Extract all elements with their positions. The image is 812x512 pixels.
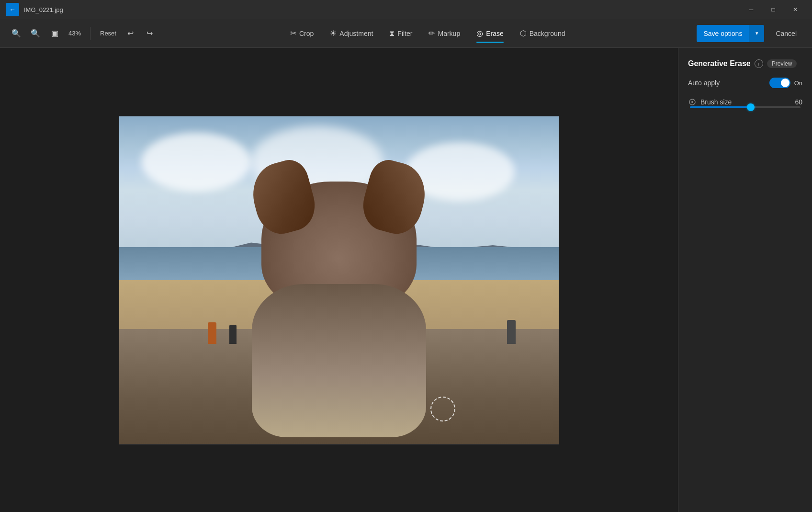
slider-fill bbox=[690, 106, 751, 108]
nav-tabs: ✂ Crop ☀ Adjustment ⧗ Filter ✏ Markup ◎ … bbox=[168, 25, 687, 42]
tab-adjustment-label: Adjustment bbox=[339, 30, 373, 37]
canvas-area[interactable] bbox=[0, 48, 678, 512]
brush-size-icon bbox=[688, 98, 697, 106]
back-button[interactable]: ← bbox=[6, 3, 19, 16]
crop-icon: ✂ bbox=[290, 29, 296, 38]
cancel-button[interactable]: Cancel bbox=[768, 25, 804, 42]
close-button[interactable]: ✕ bbox=[784, 0, 806, 19]
auto-apply-row: Auto apply On bbox=[688, 78, 802, 88]
markup-icon: ✏ bbox=[429, 29, 435, 38]
aspect-button[interactable]: ▣ bbox=[46, 25, 63, 42]
zoom-in-button[interactable]: 🔍 bbox=[8, 25, 25, 42]
slider-thumb[interactable] bbox=[747, 103, 755, 111]
zoom-out-icon: 🔍 bbox=[31, 29, 40, 38]
erase-icon: ◎ bbox=[476, 29, 483, 38]
slider-track[interactable] bbox=[690, 106, 801, 108]
background-icon: ⬡ bbox=[520, 29, 527, 38]
panel-header: Generative Erase i Preview bbox=[688, 59, 802, 68]
zoom-value: 43% bbox=[65, 30, 84, 37]
main-content: Generative Erase i Preview Auto apply On bbox=[0, 48, 812, 512]
tab-background[interactable]: ⬡ Background bbox=[512, 25, 573, 42]
undo-icon: ↩ bbox=[127, 29, 134, 38]
undo-button[interactable]: ↩ bbox=[122, 25, 139, 42]
info-icon: i bbox=[758, 61, 759, 67]
toolbar-divider bbox=[90, 27, 90, 40]
redo-button[interactable]: ↪ bbox=[141, 25, 158, 42]
minimize-icon: ─ bbox=[749, 6, 754, 13]
brush-size-value: 60 bbox=[795, 98, 802, 106]
tab-filter-label: Filter bbox=[397, 30, 412, 37]
toolbar-left: 🔍 🔍 ▣ 43% Reset ↩ ↪ bbox=[8, 25, 158, 42]
save-options-chevron[interactable]: ▾ bbox=[749, 25, 764, 42]
brush-size-section: Brush size 60 bbox=[688, 98, 802, 108]
window-controls: ─ □ ✕ bbox=[740, 0, 806, 19]
aspect-icon: ▣ bbox=[51, 29, 58, 38]
svg-point-1 bbox=[691, 101, 693, 103]
save-options-button[interactable]: Save options ▾ bbox=[697, 25, 764, 42]
dog-torso bbox=[252, 284, 426, 437]
tab-background-label: Background bbox=[530, 30, 565, 37]
toolbar-right: Save options ▾ Cancel bbox=[697, 25, 804, 42]
file-title: IMG_0221.jpg bbox=[24, 6, 63, 13]
person-silhouette-3 bbox=[507, 320, 516, 344]
redo-icon: ↪ bbox=[147, 29, 153, 38]
toggle-state-label: On bbox=[794, 80, 802, 87]
tab-crop[interactable]: ✂ Crop bbox=[282, 25, 321, 42]
brush-size-row: Brush size 60 bbox=[688, 98, 802, 106]
zoom-in-icon: 🔍 bbox=[11, 29, 21, 38]
auto-apply-label: Auto apply bbox=[688, 79, 720, 87]
tab-adjustment[interactable]: ☀ Adjustment bbox=[322, 25, 381, 42]
info-icon-button[interactable]: i bbox=[755, 59, 763, 68]
photo-image bbox=[119, 116, 559, 444]
filter-icon: ⧗ bbox=[389, 29, 395, 38]
title-bar: ← IMG_0221.jpg ─ □ ✕ bbox=[0, 0, 812, 19]
tab-markup-label: Markup bbox=[438, 30, 460, 37]
zoom-out-button[interactable]: 🔍 bbox=[27, 25, 44, 42]
tab-erase[interactable]: ◎ Erase bbox=[469, 25, 511, 42]
save-options-label: Save options bbox=[697, 30, 749, 37]
maximize-button[interactable]: □ bbox=[762, 0, 784, 19]
reset-button[interactable]: Reset bbox=[96, 28, 120, 39]
right-panel: Generative Erase i Preview Auto apply On bbox=[678, 48, 812, 512]
tab-erase-label: Erase bbox=[486, 30, 504, 37]
tab-filter[interactable]: ⧗ Filter bbox=[382, 25, 420, 42]
minimize-button[interactable]: ─ bbox=[740, 0, 762, 19]
maximize-icon: □ bbox=[771, 6, 775, 13]
toolbar: 🔍 🔍 ▣ 43% Reset ↩ ↪ ✂ Crop ☀ Adjustment … bbox=[0, 19, 812, 48]
chevron-down-icon: ▾ bbox=[756, 30, 758, 36]
cloud-1 bbox=[141, 133, 251, 192]
tab-markup[interactable]: ✏ Markup bbox=[421, 25, 468, 42]
brush-size-slider[interactable] bbox=[688, 106, 802, 108]
image-container bbox=[119, 116, 559, 444]
back-icon: ← bbox=[9, 6, 16, 13]
auto-apply-toggle[interactable] bbox=[769, 78, 790, 88]
preview-badge[interactable]: Preview bbox=[767, 59, 797, 68]
person-silhouette-2 bbox=[229, 325, 237, 344]
person-silhouette-1 bbox=[208, 322, 216, 344]
dog-figure bbox=[242, 182, 436, 437]
preview-label: Preview bbox=[772, 60, 792, 67]
toggle-container: On bbox=[769, 78, 802, 88]
adjustment-icon: ☀ bbox=[330, 29, 337, 38]
close-icon: ✕ bbox=[793, 6, 798, 13]
brush-size-label: Brush size bbox=[700, 98, 791, 106]
tab-crop-label: Crop bbox=[299, 30, 314, 37]
panel-title: Generative Erase bbox=[688, 59, 751, 68]
title-bar-left: ← IMG_0221.jpg bbox=[6, 3, 63, 16]
